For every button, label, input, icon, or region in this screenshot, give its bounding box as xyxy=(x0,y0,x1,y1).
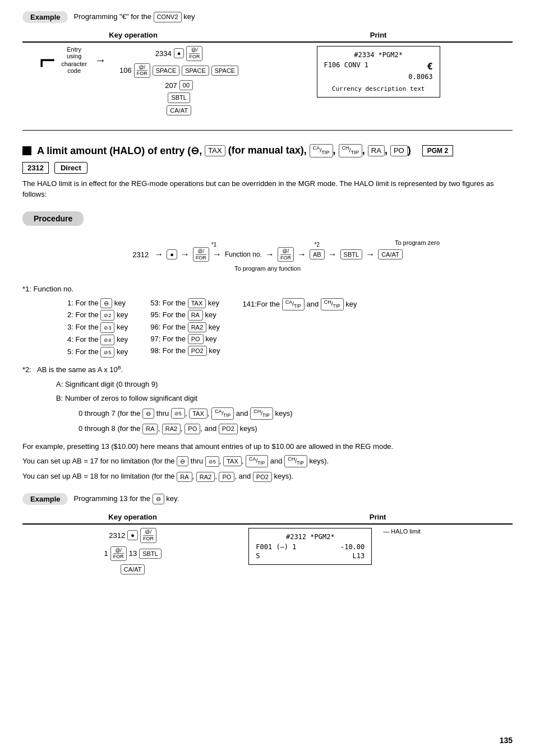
example-badge-top: Example xyxy=(22,11,68,23)
bottom-print-line2-left: F001 (—) 1 xyxy=(256,543,296,551)
for-key-top1: @/ FOR xyxy=(186,46,202,61)
bottom-sbtl-key: SBTL xyxy=(139,549,162,559)
key-chtip-p2: CH/TIP xyxy=(284,455,307,467)
flow-dot-key: ● xyxy=(167,249,177,259)
key-po-p3: PO xyxy=(219,472,234,482)
ab-key: AB xyxy=(310,249,325,259)
key-tax-p2: TAX xyxy=(223,456,242,466)
section-divider xyxy=(22,130,513,131)
ra-key-header: RA xyxy=(368,145,385,157)
section-title: A limit amount (HALO) of entry (⊖, xyxy=(37,145,205,157)
bottom-example-row: Example Programming 13 for the ⊖ key. xyxy=(22,493,513,505)
top-key-op-cell: ⌐ Entry using character code → 2334 ● xyxy=(22,42,244,119)
key-o2: ⊘2 xyxy=(100,310,114,321)
page-number: 135 xyxy=(500,736,513,745)
direct-badge: Direct xyxy=(54,162,87,174)
bottom-print-line3-left: S xyxy=(256,552,260,560)
code-number: 2312 xyxy=(22,162,49,174)
ca-tip-key-header: CA/TIP xyxy=(310,144,333,157)
space-key3: SPACE xyxy=(211,66,238,76)
bottom-print-line3-right: L13 xyxy=(353,552,365,560)
para1: For example, presetting 13 ($10.00) here… xyxy=(22,441,513,452)
section-comma2: , xyxy=(362,145,368,156)
conv2-key: CONV2 xyxy=(154,12,182,22)
note1-col3-item1: 141:For the CA/TIP and CH/TIP key xyxy=(243,298,357,310)
bottom-key-op-cell: 2312 ● @/ FOR 1 @/ FOR 13 xyxy=(22,524,243,578)
bottom-for-key1: @/ FOR xyxy=(140,528,156,543)
top-print-box: #2334 *PGM2* F106 CONV 1 € 0.8063 Curren… xyxy=(317,46,440,98)
example-badge-bottom: Example xyxy=(22,493,68,505)
key-catip-note: CA/TIP xyxy=(282,298,305,310)
for-key-top2: @/ FOR xyxy=(134,63,150,78)
star2-above: *2 xyxy=(315,242,320,248)
key-po2-b2: PO2 xyxy=(219,424,238,434)
note1-col2-item5: 98: For the PO2 key xyxy=(150,346,220,356)
function-no-label: Function no. xyxy=(225,251,262,258)
key-chtip-b1: CH/TIP xyxy=(250,407,273,420)
currency-desc: Currency description text xyxy=(324,85,433,92)
bottom-key-sequence: 2312 ● @/ FOR 1 @/ FOR 13 xyxy=(28,528,237,574)
description-para1: The HALO limit is in effect for the REG-… xyxy=(22,178,513,200)
print-header: Print xyxy=(244,29,513,42)
print-line2-left: F106 CONV 1 xyxy=(324,61,368,72)
key-minus-b1: ⊖ xyxy=(142,409,154,419)
flow-for-key2: @/ FOR xyxy=(278,247,294,262)
bottom-seq-num-1: 1 xyxy=(104,549,108,558)
section-header: A limit amount (HALO) of entry (⊖, TAX (… xyxy=(22,144,513,157)
flow-for-key1: @/ FOR xyxy=(193,247,209,262)
bottom-print-line2-right: -10.00 xyxy=(340,543,365,551)
flow-diagram: To program zero 2312 → ● → @/ FOR *1 → F… xyxy=(22,239,513,273)
note1-col1: 1: For the ⊖ key 2: For the ⊘2 key 3: Fo… xyxy=(67,298,128,358)
key-minus-bottom: ⊖ xyxy=(153,494,164,504)
to-program-any-label: To program any function xyxy=(234,265,301,272)
top-example-row: Example Programming "€" for the CONV2 ke… xyxy=(22,11,513,23)
bottom-key-op-header: Key operation xyxy=(22,511,243,524)
bottom-example-text: Programming 13 for the ⊖ key. xyxy=(73,494,179,504)
seq-num-2334: 2334 xyxy=(155,49,172,58)
print-line2-right: € xyxy=(427,61,433,72)
note1-item-4: 4: For the ⊘4 key xyxy=(67,335,128,345)
procedure-badge: Procedure xyxy=(22,211,84,226)
canat-key-top: CA/AT xyxy=(167,105,191,115)
section-title-2: (for manual tax), xyxy=(225,145,310,156)
seq-num-207: 207 xyxy=(165,81,177,90)
key-00: 00 xyxy=(179,80,193,90)
top-print-cell: #2334 *PGM2* F106 CONV 1 € 0.8063 Curren… xyxy=(244,42,513,119)
procedure-badge-container: Procedure xyxy=(22,203,513,235)
key-ra-b2: RA xyxy=(142,424,158,434)
print-line1-top: #2334 *PGM2* xyxy=(324,51,433,59)
key-o4: ⊘4 xyxy=(100,335,114,345)
note2-b: B: Number of zeros to follow significant… xyxy=(56,393,513,404)
space-key2: SPACE xyxy=(182,66,209,76)
to-program-zero-label: To program zero xyxy=(395,239,440,246)
po-key-header: PO xyxy=(390,145,408,157)
section-black-square xyxy=(22,146,31,155)
bottom-dot-key: ● xyxy=(127,530,138,540)
note1-col2-item1: 53: For the TAX key xyxy=(150,298,220,308)
space-key1: SPACE xyxy=(153,66,179,76)
note1-item-2: 2: For the ⊘2 key xyxy=(67,310,128,321)
entry-label-top: Entry using xyxy=(61,46,87,59)
key-o5: ⊘5 xyxy=(100,347,114,358)
star1-above: *1 xyxy=(211,242,216,248)
key-catip-b1: CA/TIP xyxy=(211,407,234,420)
note1-item-3: 3: For the ⊘3 key xyxy=(67,322,128,333)
bottom-print-line1: #2312 *PGM2* xyxy=(256,533,365,541)
dot-key-top: ● xyxy=(174,48,185,58)
note1-item-1: 1: For the ⊖ key xyxy=(67,298,128,308)
bottom-print-cell: #2312 *PGM2* F001 (—) 1 -10.00 S L13 — H… xyxy=(243,524,513,578)
key-tax-note: TAX xyxy=(188,298,206,308)
key-minus: ⊖ xyxy=(100,298,112,308)
note2-b2: 0 through 8 (for the RA, RA2, PO, and PO… xyxy=(79,423,513,434)
sbtl-key-top: SBTL xyxy=(168,92,190,103)
section-comma1: , xyxy=(333,145,339,156)
notes-section-1: *1: Function no. 1: For the ⊖ key 2: For… xyxy=(22,284,513,357)
bottom-seq-num-2312: 2312 xyxy=(109,531,125,540)
ch-tip-key-header: CH/TIP xyxy=(339,144,362,157)
flow-canat-key: CA/AT xyxy=(378,249,403,259)
para3: You can set up AB = 18 for no limitation… xyxy=(22,471,513,482)
para2: You can set up AB = 17 for no limitation… xyxy=(22,455,513,467)
key-ra2-b2: RA2 xyxy=(162,424,181,434)
note1-title: *1: Function no. xyxy=(22,284,513,295)
note1-col2-item4: 97: For the PO key xyxy=(150,334,220,344)
